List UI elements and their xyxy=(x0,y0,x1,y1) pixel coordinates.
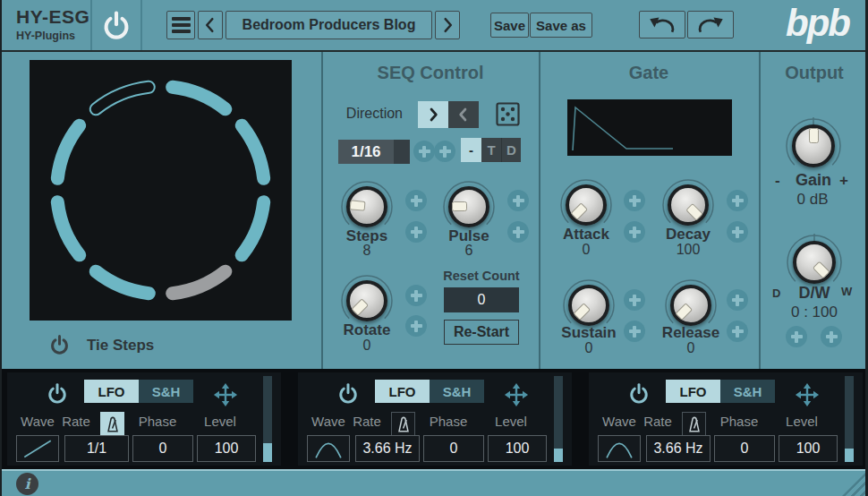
lfo-panel-1: LFO S&H Wave Rate Phase Level xyxy=(7,372,281,466)
restart-button[interactable]: Re-Start xyxy=(444,320,519,345)
lfo-panel-2: LFO S&H Wave Rate Phase Level xyxy=(298,372,572,466)
step-ring xyxy=(30,60,292,321)
attack-mod-plus-button-1[interactable] xyxy=(624,190,645,211)
rate-label: Rate xyxy=(54,414,98,429)
level-field[interactable]: 100 xyxy=(779,435,838,462)
attack-mod-plus-button-2[interactable] xyxy=(624,221,645,243)
wave-selector[interactable] xyxy=(598,435,641,462)
wave-selector[interactable] xyxy=(307,435,350,462)
gain-value: 0 dB xyxy=(768,191,857,209)
lfo-level-meter xyxy=(845,376,854,462)
lfo-drag-handle[interactable] xyxy=(213,382,238,407)
wave-selector[interactable] xyxy=(16,435,59,462)
lfo-power-button[interactable] xyxy=(46,382,69,406)
resize-grip-icon[interactable] xyxy=(842,473,865,496)
direction-label: Direction xyxy=(333,106,403,122)
steps-mod-plus-button-1[interactable] xyxy=(405,190,427,211)
release-mod-plus-button-2[interactable] xyxy=(727,321,748,342)
app-vendor: HY-Plugins xyxy=(16,30,75,42)
release-value: 0 xyxy=(646,340,736,356)
sync-icon-box[interactable] xyxy=(391,412,415,436)
lfo-drag-handle[interactable] xyxy=(504,382,529,407)
lfo-drag-handle[interactable] xyxy=(795,382,820,407)
info-button[interactable]: i xyxy=(16,473,38,495)
gain-knob[interactable] xyxy=(783,115,844,176)
lfo-mode-tabs: LFO S&H xyxy=(375,380,484,403)
lfo-power-button[interactable] xyxy=(627,382,651,406)
power-icon xyxy=(336,382,360,406)
sync-icon-box[interactable] xyxy=(682,412,706,436)
phase-field[interactable]: 0 xyxy=(132,435,193,462)
phase-field[interactable]: 0 xyxy=(423,435,484,462)
phase-field[interactable]: 0 xyxy=(714,435,775,462)
phase-label: Phase xyxy=(131,414,184,429)
tab-lfo[interactable]: LFO xyxy=(666,380,720,403)
direction-forward-button[interactable] xyxy=(418,101,448,128)
rotate-mod-plus-button-1[interactable] xyxy=(405,285,427,306)
sync-icon-box[interactable] xyxy=(100,412,124,436)
save-as-button[interactable]: Save as xyxy=(530,13,592,38)
sustain-mod-plus-button-1[interactable] xyxy=(624,289,645,311)
redo-button[interactable] xyxy=(687,11,734,38)
level-field[interactable]: 100 xyxy=(197,435,256,462)
dry-wet-label: D/W xyxy=(780,284,848,303)
knob-pointer xyxy=(571,203,589,221)
tab-lfo[interactable]: LFO xyxy=(375,380,430,403)
move-icon xyxy=(795,382,820,407)
direction-backward-button[interactable] xyxy=(448,101,479,128)
preset-name-field[interactable]: Bedroom Producers Blog xyxy=(226,11,432,39)
modifier-triplet[interactable]: T xyxy=(481,138,501,162)
rate-field[interactable]: 3.66 Hz xyxy=(355,435,420,462)
step-ring-display[interactable] xyxy=(30,60,292,321)
dice-icon xyxy=(496,102,520,126)
chevron-left-icon xyxy=(456,106,471,124)
level-label: Level xyxy=(193,414,247,429)
rotate-mod-plus-button-2[interactable] xyxy=(405,315,427,337)
tab-sample-hold[interactable]: S&H xyxy=(139,380,193,403)
seq-rate-mod-plus-button-1[interactable] xyxy=(413,141,435,162)
next-preset-button[interactable] xyxy=(435,11,460,39)
bypass-power-button[interactable] xyxy=(99,8,133,44)
rate-field[interactable]: 3.66 Hz xyxy=(646,435,711,462)
dry-letter: D xyxy=(772,286,780,300)
output-mod-plus-button-2[interactable] xyxy=(821,326,842,347)
tab-lfo[interactable]: LFO xyxy=(84,380,139,403)
phase-label: Phase xyxy=(421,414,475,429)
lfo-mode-tabs: LFO S&H xyxy=(84,380,193,403)
phase-label: Phase xyxy=(712,414,766,429)
save-button[interactable]: Save xyxy=(490,13,529,38)
tab-sample-hold[interactable]: S&H xyxy=(720,380,775,403)
seq-rate-mod-plus-button-2[interactable] xyxy=(434,141,455,162)
power-icon xyxy=(100,10,132,42)
prev-preset-button[interactable] xyxy=(198,11,223,39)
envelope-display xyxy=(567,99,732,156)
randomize-button[interactable] xyxy=(496,102,520,126)
lfo-power-button[interactable] xyxy=(336,382,360,406)
gain-minus-label: - xyxy=(775,172,780,190)
tab-sample-hold[interactable]: S&H xyxy=(430,380,484,403)
preset-menu-button[interactable] xyxy=(166,11,195,39)
pulse-mod-plus-button-2[interactable] xyxy=(507,221,529,243)
seq-rate-endcap xyxy=(394,140,410,164)
pulse-mod-plus-button-1[interactable] xyxy=(507,190,529,211)
reset-count-field[interactable]: 0 xyxy=(444,287,519,312)
release-mod-plus-button-1[interactable] xyxy=(727,289,748,311)
sustain-mod-plus-button-2[interactable] xyxy=(624,321,645,342)
decay-mod-plus-button-2[interactable] xyxy=(727,221,748,243)
decay-mod-plus-button-1[interactable] xyxy=(727,190,748,211)
undo-button[interactable] xyxy=(639,11,685,38)
tie-steps-power-button[interactable] xyxy=(48,334,71,356)
level-field[interactable]: 100 xyxy=(488,435,547,462)
rate-field[interactable]: 1/1 xyxy=(64,435,129,462)
power-icon xyxy=(46,382,69,406)
sustain-label: Sustain xyxy=(544,324,634,342)
note-modifier-switch[interactable]: - T D xyxy=(461,138,521,162)
knob-pointer xyxy=(813,261,830,278)
modifier-normal[interactable]: - xyxy=(461,138,481,162)
seq-rate-field[interactable]: 1/16 xyxy=(338,140,410,164)
output-mod-plus-button-1[interactable] xyxy=(786,326,807,347)
pulse-value: 6 xyxy=(424,243,514,259)
modifier-dotted[interactable]: D xyxy=(501,138,521,162)
divider xyxy=(759,52,761,369)
gate-section-title: Gate xyxy=(539,63,759,83)
